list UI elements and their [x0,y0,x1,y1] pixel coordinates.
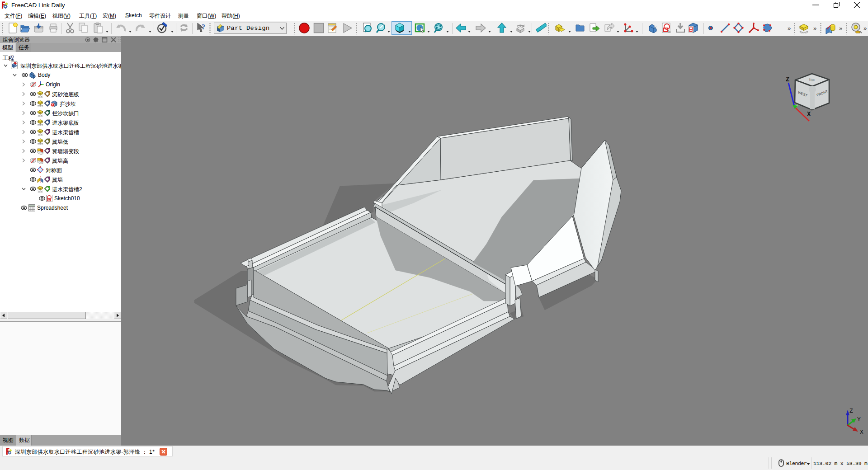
svg-text:Z: Z [849,408,853,414]
svg-text:Y: Y [857,416,861,423]
svg-text:X: X [807,111,811,118]
svg-text:Z: Z [786,76,789,83]
svg-text:?: ? [202,23,205,31]
svg-text:X: X [860,429,863,436]
